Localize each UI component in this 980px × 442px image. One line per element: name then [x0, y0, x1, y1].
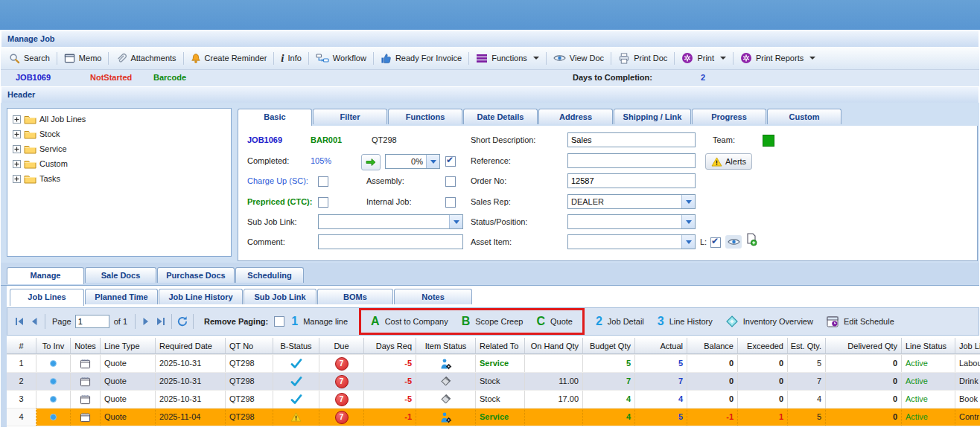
tab-purchase-docs[interactable]: Purchase Docs	[157, 267, 235, 283]
tree-item-stock[interactable]: Stock	[7, 126, 231, 141]
column-header-item_status[interactable]: Item Status	[416, 338, 476, 354]
plus-box-icon[interactable]	[13, 115, 21, 124]
toolbar-button-search[interactable]: Search	[4, 49, 55, 67]
tab-shipping-link[interactable]: Shipping / Link	[614, 109, 691, 124]
subtab-sub-job-link[interactable]: Sub Job Link	[244, 289, 316, 304]
to-invoice-dot[interactable]	[50, 360, 57, 367]
toolbar-button-print[interactable]: Print	[676, 49, 731, 67]
grid-button-line-history[interactable]: 3Line History	[651, 315, 719, 328]
column-header-balance[interactable]: Balance	[687, 338, 738, 354]
percent-dropdown[interactable]: 0%	[385, 154, 440, 169]
column-header-b_status[interactable]: B-Status	[273, 338, 319, 354]
grid-button-quote[interactable]: CQuote	[529, 315, 579, 328]
chevron-down-icon[interactable]	[681, 235, 695, 249]
to-invoice-dot[interactable]	[50, 396, 57, 403]
toolbar-button-view-doc[interactable]: View Doc	[548, 49, 609, 67]
remove-paging-checkbox[interactable]	[274, 316, 284, 327]
team-color-swatch[interactable]	[763, 135, 774, 147]
chevron-down-icon[interactable]	[681, 215, 695, 228]
comment-input[interactable]	[318, 234, 463, 249]
tab-filter[interactable]: Filter	[313, 109, 387, 124]
toolbar-button-workflow[interactable]: Workflow	[311, 49, 372, 67]
column-header-actual[interactable]: Actual	[635, 338, 687, 354]
toolbar-button-print-reports[interactable]: Print Reports	[735, 49, 821, 67]
chevron-down-icon[interactable]	[809, 57, 815, 60]
toolbar-button-print-doc[interactable]: Print Doc	[613, 49, 672, 67]
chevron-down-icon[interactable]	[449, 215, 462, 228]
prepriced-checkbox[interactable]	[318, 197, 328, 208]
column-header-num[interactable]: #	[7, 338, 36, 354]
column-header-delivered_qty[interactable]: Delivered Qty	[826, 338, 902, 354]
subtab-notes[interactable]: Notes	[394, 289, 472, 304]
asset-item-dropdown[interactable]	[567, 234, 696, 249]
grid-button-manage-line[interactable]: 1Manage line	[284, 315, 354, 328]
sales-rep-dropdown[interactable]: DEALER	[567, 194, 696, 209]
column-header-job_line[interactable]: Job Li	[955, 338, 980, 354]
column-header-line_type[interactable]: Line Type	[101, 338, 156, 354]
short-description-input[interactable]	[567, 132, 696, 147]
tree-item-tasks[interactable]: Tasks	[7, 171, 231, 186]
previous-page-button[interactable]	[27, 314, 42, 329]
notes-icon[interactable]	[80, 412, 91, 423]
notes-icon[interactable]	[80, 359, 91, 369]
tab-date-details[interactable]: Date Details	[463, 109, 538, 124]
grid-button-edit-schedule[interactable]: Edit Schedule	[820, 316, 901, 327]
toolbar-button-info[interactable]: iInfo	[276, 49, 307, 67]
column-header-exceeded[interactable]: Exceeded	[738, 338, 788, 354]
table-row[interactable]: 3Quote2025-10-31QT2987-5Stock17.00440040…	[7, 391, 980, 409]
toolbar-button-functions[interactable]: Functions	[471, 49, 544, 67]
refresh-button[interactable]	[175, 314, 190, 329]
column-header-on_hand_qty[interactable]: On Hand Qty	[525, 338, 583, 354]
sub-job-link-dropdown[interactable]	[318, 214, 463, 229]
add-document-icon[interactable]	[745, 233, 757, 246]
last-page-button[interactable]	[153, 314, 168, 329]
column-header-qt_no[interactable]: QT No	[226, 338, 273, 354]
internal-job-checkbox[interactable]	[445, 197, 456, 208]
alerts-button[interactable]: Alerts	[705, 153, 752, 170]
column-header-est_qty[interactable]: Est. Qty.	[788, 338, 826, 354]
l-checkbox[interactable]	[710, 237, 721, 248]
assembly-checkbox[interactable]	[445, 176, 456, 187]
column-header-required_date[interactable]: Required Date	[156, 338, 226, 354]
table-row[interactable]: 2Quote2025-10-31QT2987-5Stock11.00770070…	[7, 373, 980, 391]
eye-icon[interactable]	[725, 235, 742, 249]
to-invoice-dot[interactable]	[50, 378, 57, 385]
grid-button-scope-creep[interactable]: BScope Creep	[455, 315, 530, 328]
grid-button-inventory-overview[interactable]: Inventory Overview	[719, 316, 820, 327]
subtab-boms[interactable]: BOMs	[317, 289, 393, 304]
column-header-line_status[interactable]: Line Status	[902, 338, 955, 354]
toolbar-button-create-reminder[interactable]: Create Reminder	[185, 49, 273, 67]
chevron-down-icon[interactable]	[681, 195, 695, 208]
plus-box-icon[interactable]	[13, 175, 21, 183]
next-page-button[interactable]	[139, 314, 153, 329]
reference-input[interactable]	[567, 153, 696, 168]
tab-functions[interactable]: Functions	[388, 109, 462, 124]
chevron-down-icon[interactable]	[426, 155, 439, 168]
subtab-job-lines[interactable]: Job Lines	[10, 289, 84, 306]
percent-checkbox[interactable]	[445, 156, 456, 167]
notes-icon[interactable]	[80, 394, 91, 405]
tab-address[interactable]: Address	[538, 109, 613, 124]
grid-button-job-detail[interactable]: 2Job Detail	[589, 315, 651, 328]
plus-box-icon[interactable]	[13, 130, 21, 138]
toolbar-button-attachments[interactable]: Attachments	[110, 49, 181, 67]
notes-icon[interactable]	[80, 377, 91, 387]
plus-box-icon[interactable]	[13, 160, 21, 168]
subtab-planned-time[interactable]: Planned Time	[85, 289, 158, 304]
subtab-job-line-history[interactable]: Job Line History	[159, 289, 243, 304]
chevron-down-icon[interactable]	[533, 57, 539, 60]
toolbar-button-ready-for-invoice[interactable]: Ready For Invoice	[375, 49, 467, 67]
tab-progress[interactable]: Progress	[692, 109, 766, 124]
table-row[interactable]: 1Quote2025-10-31QT2987-5Service550050Act…	[7, 355, 980, 373]
plus-box-icon[interactable]	[13, 145, 21, 153]
grid-button-cost-to-company[interactable]: ACost to Company	[364, 315, 455, 328]
tree-item-custom[interactable]: Custom	[7, 156, 231, 171]
order-no-input[interactable]	[567, 173, 696, 188]
tree-item-service[interactable]: Service	[7, 141, 231, 156]
table-row[interactable]: 4Quote2025-11-04QT2987-1Service45-1150Ac…	[7, 409, 980, 426]
tab-scheduling[interactable]: Scheduling	[235, 267, 304, 283]
tab-sale-docs[interactable]: Sale Docs	[85, 267, 156, 283]
column-header-related_to[interactable]: Related To	[476, 338, 525, 354]
column-header-notes[interactable]: Notes	[71, 338, 101, 354]
apply-percent-button[interactable]	[361, 154, 381, 170]
